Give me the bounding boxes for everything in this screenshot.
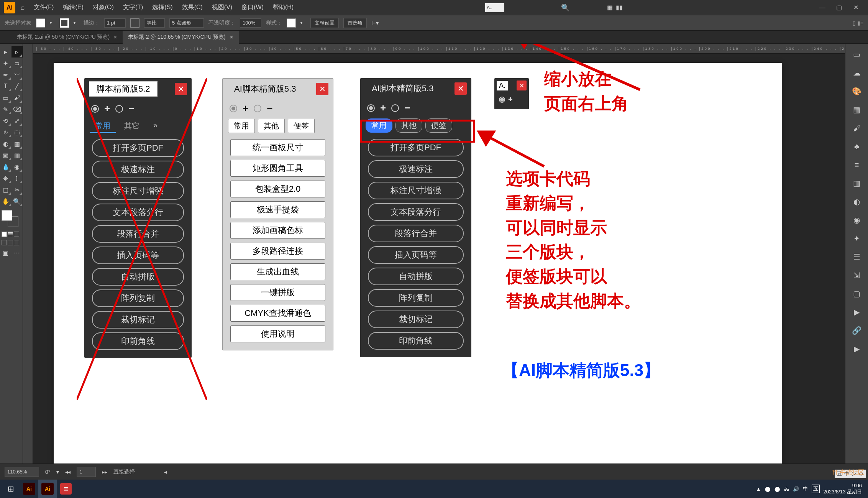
shaper-tool[interactable]: ✎ bbox=[0, 104, 11, 115]
tray-network-icon[interactable]: 🖧 bbox=[784, 486, 789, 492]
menu-view[interactable]: 视图(V) bbox=[208, 2, 236, 13]
layout-icon[interactable]: ▦ bbox=[607, 4, 613, 11]
menu-edit[interactable]: 编辑(E) bbox=[59, 2, 87, 13]
graphic-styles-panel-icon[interactable]: ✦ bbox=[849, 231, 865, 246]
close-button[interactable]: ✕ bbox=[517, 81, 527, 90]
tray-volume-icon[interactable]: 🔊 bbox=[793, 486, 799, 492]
perspective-tool[interactable]: ▦ bbox=[11, 138, 23, 150]
hand-tool[interactable]: ✋ bbox=[0, 196, 11, 207]
start-button[interactable]: ⊞ bbox=[2, 480, 20, 498]
menu-effect[interactable]: 效果(C) bbox=[178, 2, 207, 13]
rotate-dropdown-icon[interactable]: ▾ bbox=[56, 469, 59, 475]
rectangle-tool[interactable]: ▭ bbox=[0, 92, 11, 104]
screen-mode-button[interactable]: ▣ bbox=[0, 247, 11, 258]
taskbar-app-other[interactable]: ≡ bbox=[57, 480, 75, 498]
lasso-tool[interactable]: ⊃ bbox=[11, 58, 23, 69]
script-button[interactable]: 印前角线 bbox=[92, 332, 184, 350]
script-button[interactable]: 印前角线 bbox=[368, 332, 464, 350]
transparency-panel-icon[interactable]: ◐ bbox=[849, 194, 865, 209]
script-button[interactable]: 极速标注 bbox=[368, 160, 464, 178]
line-tool[interactable]: ╱ bbox=[11, 81, 23, 92]
minus-icon[interactable]: − bbox=[267, 102, 272, 114]
rotate-value[interactable]: 0° bbox=[45, 469, 50, 475]
script-button[interactable]: 极速手提袋 bbox=[230, 201, 325, 218]
window-minimize[interactable]: — bbox=[814, 2, 830, 13]
tray-icon[interactable]: ⬤ bbox=[765, 486, 771, 492]
free-transform-tool[interactable]: ⬚ bbox=[11, 127, 23, 138]
menu-type[interactable]: 文字(T) bbox=[119, 2, 147, 13]
scale-tool[interactable]: ⤢ bbox=[11, 115, 23, 127]
menu-object[interactable]: 对象(O) bbox=[89, 2, 118, 13]
edit-toolbar-button[interactable]: ⋯ bbox=[11, 247, 23, 258]
script-button[interactable]: 使用说明 bbox=[230, 325, 325, 342]
width-tool[interactable]: ⎋ bbox=[0, 127, 11, 138]
radio-icon[interactable] bbox=[391, 104, 399, 112]
script-button[interactable]: 段落行合并 bbox=[368, 225, 464, 242]
taskbar-clock[interactable]: 9:06 2023/8/13 星期日 bbox=[824, 483, 862, 495]
brush-input[interactable] bbox=[169, 18, 204, 28]
align-icon[interactable]: ⊩▾ bbox=[371, 20, 379, 26]
menu-select[interactable]: 选择(S) bbox=[148, 2, 176, 13]
pen-tool[interactable]: ✒ bbox=[0, 69, 11, 81]
direct-selection-tool[interactable]: ▹ bbox=[11, 46, 23, 58]
mesh-tool[interactable]: ▩ bbox=[0, 150, 11, 161]
window-maximize[interactable]: ▢ bbox=[831, 2, 847, 13]
rotate-tool[interactable]: ⟲ bbox=[0, 115, 11, 127]
search-icon[interactable]: 🔍 bbox=[561, 3, 569, 12]
taskbar-app-ai-active[interactable]: Ai bbox=[38, 480, 57, 498]
script-button[interactable]: 一键拼版 bbox=[230, 284, 325, 301]
script-button[interactable]: 添加画稿色标 bbox=[230, 222, 325, 239]
menu-window[interactable]: 窗口(W) bbox=[238, 2, 267, 13]
swatches-panel-icon[interactable]: ▦ bbox=[849, 102, 865, 117]
script-button[interactable]: 生成出血线 bbox=[230, 263, 325, 280]
close-button[interactable]: ✕ bbox=[455, 82, 467, 95]
style-swatch[interactable] bbox=[287, 18, 296, 28]
artboard-number-input[interactable] bbox=[77, 467, 96, 477]
draw-normal[interactable] bbox=[2, 240, 7, 245]
close-icon[interactable]: ✕ bbox=[113, 35, 117, 40]
slice-tool[interactable]: ✂ bbox=[11, 184, 23, 196]
preferences-button[interactable]: 首选项 bbox=[343, 18, 367, 28]
stroke-panel-icon[interactable]: ≡ bbox=[849, 157, 865, 173]
radio-icon[interactable] bbox=[91, 105, 99, 113]
links-panel-icon[interactable]: 🔗 bbox=[849, 323, 865, 338]
radio-icon[interactable] bbox=[254, 105, 261, 112]
eraser-tool[interactable]: ⌫ bbox=[11, 104, 23, 115]
document-setup-button[interactable]: 文档设置 bbox=[310, 18, 339, 28]
properties-panel-icon[interactable]: ▭ bbox=[849, 47, 865, 62]
workspace-icon[interactable]: ▮▮ bbox=[616, 4, 623, 11]
asset-export-panel-icon[interactable]: ⇲ bbox=[849, 268, 865, 283]
stroke-width-input[interactable] bbox=[104, 18, 126, 28]
gradient-panel-icon[interactable]: ▥ bbox=[849, 176, 865, 191]
close-button[interactable]: ✕ bbox=[316, 83, 328, 95]
layers-panel-icon[interactable]: ☰ bbox=[849, 249, 865, 265]
radio-icon[interactable] bbox=[230, 105, 237, 112]
menu-file[interactable]: 文件(F) bbox=[30, 2, 57, 13]
canvas[interactable]: |-50 . . . |-40 . . . |-30 . . . |-20 . … bbox=[23, 44, 845, 463]
minus-icon[interactable]: − bbox=[404, 102, 410, 114]
uniform-swatch[interactable] bbox=[130, 18, 139, 28]
tab-more[interactable]: » bbox=[148, 119, 163, 133]
close-icon[interactable]: ✕ bbox=[230, 35, 233, 40]
minus-icon[interactable]: − bbox=[128, 103, 134, 115]
symbols-panel-icon[interactable]: ♣ bbox=[849, 139, 865, 154]
tray-volume-icon[interactable]: ▲ bbox=[756, 486, 761, 492]
script-button[interactable]: 阵列复制 bbox=[92, 289, 184, 307]
script-button[interactable]: 矩形圆角工具 bbox=[230, 160, 325, 177]
script-button[interactable]: 段落行合并 bbox=[92, 225, 184, 243]
tab-common[interactable]: 常用 bbox=[90, 119, 116, 133]
artboard-nav-next-icon[interactable]: ▸▸ bbox=[102, 469, 107, 475]
libraries-panel-icon[interactable]: ☁ bbox=[849, 65, 865, 81]
script-button[interactable]: 多段路径连接 bbox=[230, 243, 325, 260]
script-button[interactable]: 极速标注 bbox=[92, 161, 184, 178]
opacity-input[interactable] bbox=[240, 18, 261, 28]
tab-notes[interactable]: 便签 bbox=[288, 119, 315, 133]
script-button[interactable]: 插入页码等 bbox=[92, 247, 184, 264]
blend-tool[interactable]: ◉ bbox=[11, 161, 23, 173]
script-button[interactable]: 打开多页PDF bbox=[368, 139, 464, 156]
graph-tool[interactable]: ⫿ bbox=[11, 173, 23, 184]
taskbar-app-ai[interactable]: Ai bbox=[20, 480, 38, 498]
gradient-tool[interactable]: ▥ bbox=[11, 150, 23, 161]
script-button[interactable]: 统一画板尺寸 bbox=[230, 139, 325, 156]
script-button[interactable]: 文本段落分行 bbox=[368, 203, 464, 221]
